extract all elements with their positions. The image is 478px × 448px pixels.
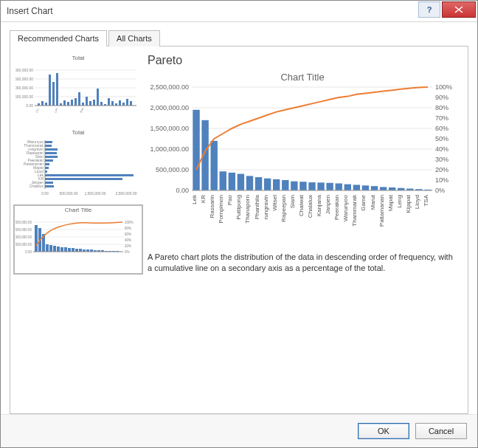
svg-text:100%: 100%	[125, 221, 134, 224]
svg-text:Thammarak: Thammarak	[351, 194, 358, 227]
svg-rect-152	[353, 185, 360, 190]
svg-rect-13	[49, 75, 51, 106]
svg-text:20%: 20%	[435, 166, 448, 173]
svg-rect-27	[100, 102, 103, 106]
svg-rect-18	[67, 102, 69, 106]
pareto-chart: Chart Title 0.00500,000.001,000,000.001,…	[148, 72, 457, 237]
svg-text:0.00: 0.00	[41, 191, 49, 196]
svg-rect-87	[35, 225, 38, 252]
svg-text:Warunyoo: Warunyoo	[342, 194, 349, 221]
svg-rect-155	[380, 187, 387, 190]
svg-text:90%: 90%	[435, 94, 448, 101]
svg-text:500,000.00: 500,000.00	[15, 94, 33, 99]
svg-rect-60	[45, 167, 49, 169]
tab-strip: Recommended Charts All Charts	[10, 30, 468, 46]
svg-rect-96	[68, 248, 71, 252]
tab-all-charts[interactable]: All Charts	[108, 30, 160, 46]
svg-rect-148	[317, 182, 324, 190]
svg-rect-57	[45, 156, 58, 158]
titlebar: Insert Chart ?	[1, 1, 477, 22]
svg-text:70%: 70%	[435, 114, 448, 122]
svg-text:Witsel: Witsel	[271, 195, 278, 211]
svg-rect-21	[78, 92, 80, 106]
svg-rect-55	[45, 148, 58, 151]
tab-recommended-charts[interactable]: Recommended Charts	[10, 30, 107, 46]
preview-heading: Pareto	[148, 54, 457, 67]
svg-rect-62	[45, 174, 134, 176]
svg-rect-145	[291, 182, 297, 190]
svg-rect-138	[229, 173, 235, 190]
help-button[interactable]: ?	[418, 1, 440, 18]
thumb-title: Chart Title	[15, 207, 141, 213]
svg-rect-151	[344, 185, 351, 190]
svg-rect-33	[122, 103, 125, 106]
svg-text:1,000,000.00: 1,000,000.00	[150, 145, 189, 153]
thumb-title: Total	[15, 55, 141, 61]
close-button[interactable]	[442, 1, 476, 18]
close-icon	[454, 6, 463, 13]
svg-text:Thanaporn: Thanaporn	[244, 195, 251, 224]
svg-rect-143	[273, 179, 280, 190]
svg-rect-140	[246, 176, 253, 190]
svg-text:Lek: Lek	[191, 194, 198, 204]
chart-thumb-bar[interactable]: Total WarunyooThammarakrungravin Rapeepa…	[13, 127, 143, 200]
svg-rect-95	[64, 247, 67, 252]
svg-rect-139	[238, 174, 244, 190]
svg-rect-30	[111, 101, 114, 106]
svg-text:Marut: Marut	[370, 194, 376, 210]
svg-text:1,000,000.00: 1,000,000.00	[15, 86, 33, 90]
svg-text:Pornpimon: Pornpimon	[218, 195, 224, 224]
svg-rect-12	[45, 103, 47, 106]
svg-text:10%: 10%	[435, 176, 448, 184]
svg-rect-91	[49, 245, 52, 252]
svg-rect-97	[72, 248, 75, 252]
svg-text:Pao: Pao	[79, 106, 84, 113]
svg-rect-65	[45, 185, 54, 187]
svg-rect-92	[53, 246, 56, 252]
svg-rect-147	[308, 182, 315, 190]
svg-rect-25	[93, 100, 95, 106]
svg-rect-99	[79, 249, 82, 252]
svg-rect-59	[45, 163, 49, 165]
svg-text:Peerakan: Peerakan	[333, 195, 340, 220]
svg-text:Pattamanan: Pattamanan	[378, 195, 385, 227]
svg-rect-134	[193, 110, 199, 190]
svg-text:Chalalux: Chalalux	[307, 195, 314, 218]
svg-rect-141	[255, 177, 262, 190]
svg-text:1,500,000.00: 1,500,000.00	[15, 77, 33, 81]
chart-thumb-pareto[interactable]: Chart Title 0.00500,000.001,000,000.00 1…	[13, 204, 143, 275]
svg-text:50%: 50%	[435, 135, 448, 142]
tab-panel: Total 0.00500,000.00 1,000,000.001,500,0…	[10, 46, 468, 414]
svg-rect-20	[75, 98, 77, 106]
svg-text:80%: 80%	[125, 227, 131, 230]
thumb-title: Total	[15, 129, 141, 136]
svg-text:500,000.00: 500,000.00	[15, 243, 32, 247]
svg-text:60%: 60%	[435, 125, 448, 132]
svg-text:1,500,000.00: 1,500,000.00	[15, 228, 32, 232]
ok-button[interactable]: OK	[358, 423, 409, 439]
svg-text:20%: 20%	[125, 244, 131, 248]
svg-text:Kijapat: Kijapat	[405, 194, 412, 213]
svg-rect-144	[282, 180, 288, 190]
svg-text:rungravin: rungravin	[263, 195, 269, 219]
svg-rect-149	[326, 183, 333, 190]
svg-text:500,000.00: 500,000.00	[59, 191, 77, 196]
svg-text:KR: KR	[200, 195, 207, 203]
svg-rect-93	[57, 247, 60, 252]
svg-rect-56	[45, 152, 57, 154]
svg-text:0.00: 0.00	[25, 250, 32, 254]
svg-text:0.00: 0.00	[176, 187, 189, 194]
svg-rect-137	[220, 171, 226, 190]
svg-text:Pao: Pao	[226, 194, 233, 205]
svg-text:30%: 30%	[435, 156, 448, 163]
svg-rect-17	[63, 100, 66, 106]
chart-thumb-column[interactable]: Total 0.00500,000.00 1,000,000.001,500,0…	[13, 52, 143, 123]
svg-text:2,000,000.00: 2,000,000.00	[150, 104, 189, 111]
cancel-button[interactable]: Cancel	[415, 423, 467, 439]
svg-rect-14	[52, 82, 55, 106]
svg-text:2,500,000.00: 2,500,000.00	[15, 221, 32, 224]
svg-rect-90	[46, 244, 49, 252]
svg-rect-29	[108, 98, 110, 106]
svg-text:Rassarin: Rassarin	[209, 195, 215, 218]
svg-rect-136	[210, 141, 217, 190]
